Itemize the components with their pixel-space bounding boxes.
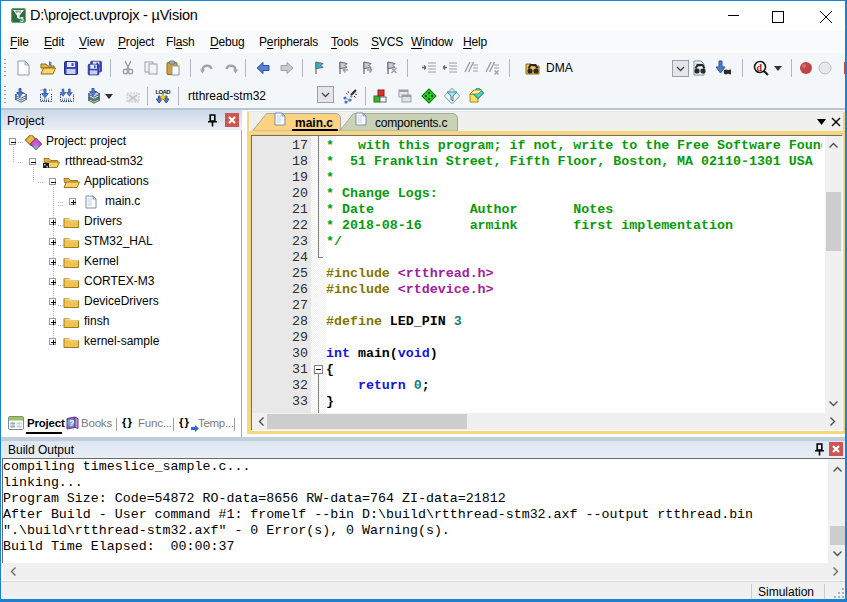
svg-text:d: d — [757, 62, 763, 73]
svg-text:?: ? — [69, 418, 74, 428]
svg-text:5: 5 — [20, 16, 24, 23]
svg-text:LOAD: LOAD — [156, 89, 172, 95]
